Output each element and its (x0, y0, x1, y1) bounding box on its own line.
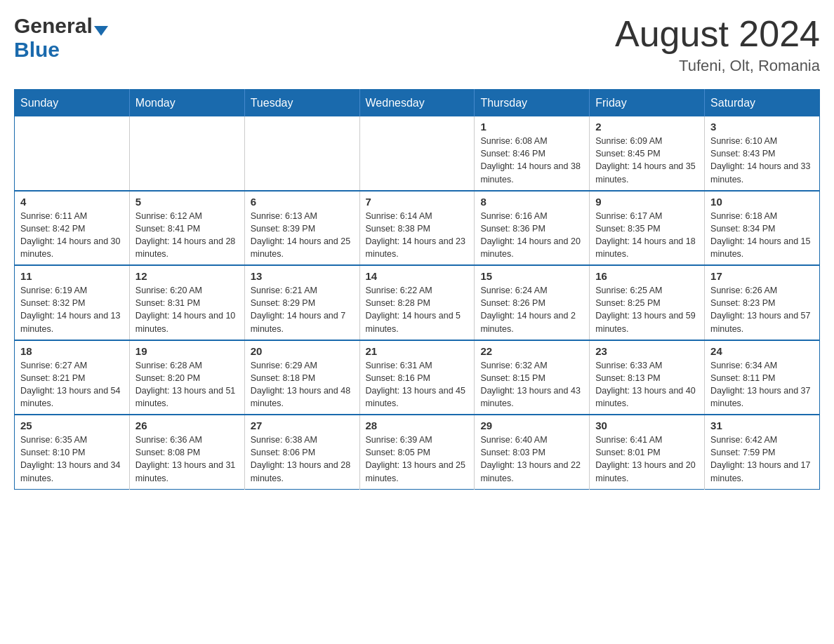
calendar-cell: 11Sunrise: 6:19 AM Sunset: 8:32 PM Dayli… (15, 265, 130, 340)
day-number: 31 (710, 420, 814, 431)
calendar-cell: 19Sunrise: 6:28 AM Sunset: 8:20 PM Dayli… (129, 340, 244, 415)
day-number: 21 (366, 345, 469, 357)
location-title: Tufeni, Olt, Romania (615, 57, 820, 75)
calendar-header-sunday: Sunday (15, 90, 130, 117)
day-info: Sunrise: 6:21 AM Sunset: 8:29 PM Dayligh… (251, 284, 354, 335)
calendar-cell (15, 116, 130, 191)
day-number: 25 (20, 420, 124, 431)
day-number: 15 (480, 270, 583, 282)
day-number: 30 (595, 420, 699, 431)
day-number: 11 (20, 270, 124, 282)
day-number: 3 (710, 121, 814, 133)
calendar-cell: 9Sunrise: 6:17 AM Sunset: 8:35 PM Daylig… (590, 191, 705, 266)
calendar-cell: 27Sunrise: 6:38 AM Sunset: 8:06 PM Dayli… (244, 415, 359, 489)
calendar-header-thursday: Thursday (475, 90, 590, 117)
day-info: Sunrise: 6:28 AM Sunset: 8:20 PM Dayligh… (135, 359, 239, 410)
calendar-header-wednesday: Wednesday (359, 90, 475, 117)
calendar-cell: 1Sunrise: 6:08 AM Sunset: 8:46 PM Daylig… (475, 116, 590, 191)
day-number: 16 (595, 270, 699, 282)
logo-general-text: General (14, 14, 93, 37)
calendar-cell: 15Sunrise: 6:24 AM Sunset: 8:26 PM Dayli… (475, 265, 590, 340)
day-info: Sunrise: 6:25 AM Sunset: 8:25 PM Dayligh… (595, 284, 699, 335)
calendar-cell (244, 116, 359, 191)
calendar-cell: 2Sunrise: 6:09 AM Sunset: 8:45 PM Daylig… (590, 116, 705, 191)
day-info: Sunrise: 6:38 AM Sunset: 8:06 PM Dayligh… (251, 434, 354, 485)
calendar-cell: 5Sunrise: 6:12 AM Sunset: 8:41 PM Daylig… (129, 191, 244, 266)
day-info: Sunrise: 6:33 AM Sunset: 8:13 PM Dayligh… (595, 359, 699, 410)
day-info: Sunrise: 6:08 AM Sunset: 8:46 PM Dayligh… (480, 135, 583, 186)
day-number: 4 (20, 196, 124, 208)
day-number: 7 (366, 196, 469, 208)
logo-blue-row: Blue (14, 38, 60, 62)
day-info: Sunrise: 6:10 AM Sunset: 8:43 PM Dayligh… (710, 135, 814, 186)
logo-general-row: General (14, 14, 108, 38)
logo: General Blue (14, 14, 108, 62)
day-info: Sunrise: 6:17 AM Sunset: 8:35 PM Dayligh… (595, 210, 699, 261)
calendar-header-monday: Monday (129, 90, 244, 117)
day-info: Sunrise: 6:24 AM Sunset: 8:26 PM Dayligh… (480, 284, 583, 335)
day-info: Sunrise: 6:31 AM Sunset: 8:16 PM Dayligh… (366, 359, 469, 410)
day-info: Sunrise: 6:12 AM Sunset: 8:41 PM Dayligh… (135, 210, 239, 261)
calendar-cell: 21Sunrise: 6:31 AM Sunset: 8:16 PM Dayli… (359, 340, 475, 415)
day-info: Sunrise: 6:36 AM Sunset: 8:08 PM Dayligh… (135, 434, 239, 485)
day-number: 22 (480, 345, 583, 357)
calendar-cell: 24Sunrise: 6:34 AM Sunset: 8:11 PM Dayli… (705, 340, 820, 415)
day-info: Sunrise: 6:20 AM Sunset: 8:31 PM Dayligh… (135, 284, 239, 335)
day-info: Sunrise: 6:34 AM Sunset: 8:11 PM Dayligh… (710, 359, 814, 410)
calendar-cell: 12Sunrise: 6:20 AM Sunset: 8:31 PM Dayli… (129, 265, 244, 340)
calendar-cell: 10Sunrise: 6:18 AM Sunset: 8:34 PM Dayli… (705, 191, 820, 266)
calendar-header-tuesday: Tuesday (244, 90, 359, 117)
calendar-cell: 3Sunrise: 6:10 AM Sunset: 8:43 PM Daylig… (705, 116, 820, 191)
day-number: 17 (710, 270, 814, 282)
calendar-cell: 30Sunrise: 6:41 AM Sunset: 8:01 PM Dayli… (590, 415, 705, 489)
day-info: Sunrise: 6:40 AM Sunset: 8:03 PM Dayligh… (480, 434, 583, 485)
calendar-cell: 4Sunrise: 6:11 AM Sunset: 8:42 PM Daylig… (15, 191, 130, 266)
day-number: 14 (366, 270, 469, 282)
day-number: 2 (595, 121, 699, 133)
calendar-cell: 6Sunrise: 6:13 AM Sunset: 8:39 PM Daylig… (244, 191, 359, 266)
day-info: Sunrise: 6:26 AM Sunset: 8:23 PM Dayligh… (710, 284, 814, 335)
calendar-cell: 31Sunrise: 6:42 AM Sunset: 7:59 PM Dayli… (705, 415, 820, 489)
calendar-cell: 29Sunrise: 6:40 AM Sunset: 8:03 PM Dayli… (475, 415, 590, 489)
day-number: 24 (710, 345, 814, 357)
day-info: Sunrise: 6:19 AM Sunset: 8:32 PM Dayligh… (20, 284, 124, 335)
calendar-week-row: 1Sunrise: 6:08 AM Sunset: 8:46 PM Daylig… (15, 116, 820, 191)
day-number: 1 (480, 121, 583, 133)
calendar-cell (129, 116, 244, 191)
day-number: 29 (480, 420, 583, 431)
calendar-table: SundayMondayTuesdayWednesdayThursdayFrid… (14, 89, 820, 490)
calendar-cell: 17Sunrise: 6:26 AM Sunset: 8:23 PM Dayli… (705, 265, 820, 340)
day-info: Sunrise: 6:16 AM Sunset: 8:36 PM Dayligh… (480, 210, 583, 261)
day-number: 13 (251, 270, 354, 282)
logo-blue-text: Blue (14, 38, 60, 61)
day-number: 26 (135, 420, 239, 431)
calendar-cell: 16Sunrise: 6:25 AM Sunset: 8:25 PM Dayli… (590, 265, 705, 340)
day-number: 10 (710, 196, 814, 208)
day-number: 8 (480, 196, 583, 208)
day-info: Sunrise: 6:42 AM Sunset: 7:59 PM Dayligh… (710, 434, 814, 485)
day-number: 20 (251, 345, 354, 357)
calendar-cell: 18Sunrise: 6:27 AM Sunset: 8:21 PM Dayli… (15, 340, 130, 415)
day-number: 18 (20, 345, 124, 357)
day-info: Sunrise: 6:22 AM Sunset: 8:28 PM Dayligh… (366, 284, 469, 335)
calendar-cell: 14Sunrise: 6:22 AM Sunset: 8:28 PM Dayli… (359, 265, 475, 340)
day-number: 19 (135, 345, 239, 357)
calendar-cell: 8Sunrise: 6:16 AM Sunset: 8:36 PM Daylig… (475, 191, 590, 266)
day-number: 27 (251, 420, 354, 431)
day-info: Sunrise: 6:27 AM Sunset: 8:21 PM Dayligh… (20, 359, 124, 410)
day-number: 28 (366, 420, 469, 431)
day-info: Sunrise: 6:11 AM Sunset: 8:42 PM Dayligh… (20, 210, 124, 261)
day-info: Sunrise: 6:32 AM Sunset: 8:15 PM Dayligh… (480, 359, 583, 410)
calendar-header-friday: Friday (590, 90, 705, 117)
calendar-cell: 28Sunrise: 6:39 AM Sunset: 8:05 PM Dayli… (359, 415, 475, 489)
day-number: 5 (135, 196, 239, 208)
calendar-cell: 13Sunrise: 6:21 AM Sunset: 8:29 PM Dayli… (244, 265, 359, 340)
day-info: Sunrise: 6:14 AM Sunset: 8:38 PM Dayligh… (366, 210, 469, 261)
calendar-cell: 20Sunrise: 6:29 AM Sunset: 8:18 PM Dayli… (244, 340, 359, 415)
month-title: August 2024 (615, 14, 820, 54)
day-info: Sunrise: 6:29 AM Sunset: 8:18 PM Dayligh… (251, 359, 354, 410)
calendar-cell: 23Sunrise: 6:33 AM Sunset: 8:13 PM Dayli… (590, 340, 705, 415)
day-info: Sunrise: 6:18 AM Sunset: 8:34 PM Dayligh… (710, 210, 814, 261)
calendar-cell: 7Sunrise: 6:14 AM Sunset: 8:38 PM Daylig… (359, 191, 475, 266)
calendar-week-row: 18Sunrise: 6:27 AM Sunset: 8:21 PM Dayli… (15, 340, 820, 415)
